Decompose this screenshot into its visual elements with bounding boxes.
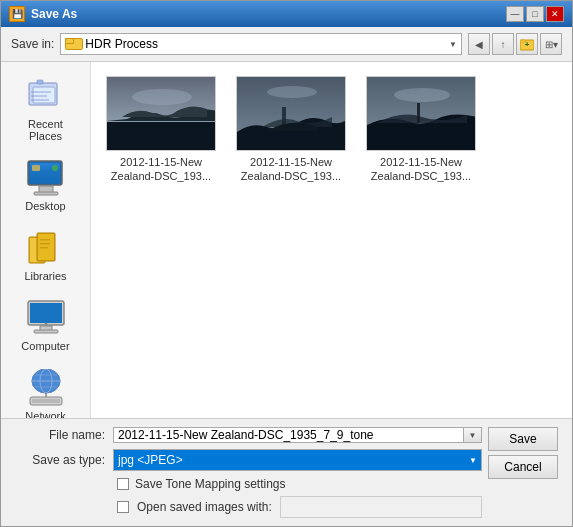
svg-point-43 — [267, 86, 317, 98]
filename-input[interactable] — [114, 428, 463, 442]
save-in-label: Save in: — [11, 37, 54, 51]
sidebar-item-recent-places-label: Recent Places — [14, 118, 78, 142]
svg-point-40 — [132, 89, 192, 105]
svg-point-13 — [52, 165, 58, 171]
save-button[interactable]: Save — [488, 427, 558, 451]
savetype-combo[interactable]: jpg <JPEG> ▼ — [113, 449, 482, 471]
svg-rect-4 — [37, 80, 43, 84]
sidebar-item-desktop-label: Desktop — [25, 200, 65, 212]
minimize-button[interactable]: — — [506, 6, 524, 22]
filename-row: File name: ▼ — [15, 427, 482, 443]
back-button[interactable]: ◀ — [468, 33, 490, 55]
save-tone-mapping-checkbox[interactable] — [117, 478, 129, 490]
filename-input-wrapper[interactable]: ▼ — [113, 427, 482, 443]
desktop-icon-container — [26, 158, 66, 198]
file-thumbnail-3 — [366, 76, 476, 151]
svg-rect-19 — [40, 239, 50, 241]
recent-places-icon-container — [26, 76, 66, 116]
file-thumbnail-1 — [106, 76, 216, 151]
computer-icon — [27, 299, 65, 337]
sidebar-item-desktop[interactable]: Desktop — [6, 154, 86, 216]
sidebar: Recent Places — [1, 62, 91, 418]
svg-rect-35 — [32, 399, 60, 403]
savetype-label: Save as type: — [15, 453, 105, 467]
view-options-button[interactable]: ⊞▾ — [540, 33, 562, 55]
save-tone-mapping-label: Save Tone Mapping settings — [135, 477, 286, 491]
toolbar-nav-buttons: ◀ ↑ + ⊞▾ — [468, 33, 562, 55]
svg-text:+: + — [525, 40, 530, 49]
dialog-buttons: Save Cancel — [488, 427, 558, 479]
file-browser-area: 2012-11-15-New Zealand-DSC_193... — [91, 62, 572, 418]
file-name-1: 2012-11-15-New Zealand-DSC_193... — [105, 155, 217, 184]
dialog-title: Save As — [31, 7, 77, 21]
file-name-2: 2012-11-15-New Zealand-DSC_193... — [235, 155, 347, 184]
cancel-button[interactable]: Cancel — [488, 455, 558, 479]
combo-arrow-icon: ▼ — [449, 40, 457, 49]
open-with-combo — [280, 496, 482, 518]
file-name-3: 2012-11-15-New Zealand-DSC_193... — [365, 155, 477, 184]
libraries-icon-container — [26, 228, 66, 268]
open-saved-images-checkbox[interactable] — [117, 501, 129, 513]
sidebar-item-recent-places[interactable]: Recent Places — [6, 72, 86, 146]
save-in-toolbar: Save in: HDR Process ▼ ◀ ↑ + ⊞▾ — [1, 27, 572, 62]
svg-rect-14 — [32, 165, 40, 171]
computer-icon-container — [26, 298, 66, 338]
content-area: Recent Places — [1, 62, 572, 418]
thumbnail-landscape-2 — [237, 77, 346, 151]
libraries-icon — [27, 229, 65, 267]
svg-rect-6 — [31, 95, 47, 97]
svg-rect-21 — [40, 247, 48, 249]
filename-dropdown-arrow[interactable]: ▼ — [463, 428, 481, 442]
up-folder-button[interactable]: ↑ — [492, 33, 514, 55]
sidebar-item-libraries[interactable]: Libraries — [6, 224, 86, 286]
savetype-arrow-icon: ▼ — [469, 456, 477, 465]
svg-rect-20 — [40, 243, 50, 245]
desktop-icon — [27, 159, 65, 197]
svg-rect-44 — [282, 107, 286, 125]
file-thumbnail-2 — [236, 76, 346, 151]
new-folder-icon: + — [520, 37, 534, 51]
savetype-row: Save as type: jpg <JPEG> ▼ — [15, 449, 482, 471]
title-controls: — □ ✕ — [506, 6, 564, 22]
svg-point-27 — [44, 323, 47, 326]
close-button[interactable]: ✕ — [546, 6, 564, 22]
sidebar-item-libraries-label: Libraries — [24, 270, 66, 282]
network-icon-container — [26, 368, 66, 408]
svg-rect-24 — [30, 303, 62, 323]
thumbnail-landscape-3 — [367, 77, 476, 151]
file-item[interactable]: 2012-11-15-New Zealand-DSC_193... — [361, 72, 481, 188]
save-in-value: HDR Process — [85, 37, 158, 51]
form-rows: File name: ▼ Save as type: jpg <JPEG> ▼ — [15, 427, 482, 518]
title-bar: 💾 Save As — □ ✕ — [1, 1, 572, 27]
thumbnail-landscape-1 — [107, 77, 216, 151]
network-icon — [27, 369, 65, 407]
sidebar-item-network[interactable]: Network — [6, 364, 86, 418]
svg-rect-26 — [34, 330, 58, 333]
sidebar-item-computer[interactable]: Computer — [6, 294, 86, 356]
svg-rect-7 — [31, 99, 49, 101]
filename-label: File name: — [15, 428, 105, 442]
savetype-value: jpg <JPEG> — [118, 453, 183, 467]
new-folder-button[interactable]: + — [516, 33, 538, 55]
folder-icon — [65, 38, 81, 50]
bottom-area: File name: ▼ Save as type: jpg <JPEG> ▼ — [1, 418, 572, 526]
sidebar-item-network-label: Network — [25, 410, 65, 418]
svg-rect-48 — [417, 103, 420, 123]
save-in-combo-content: HDR Process — [65, 37, 158, 51]
save-as-dialog: 💾 Save As — □ ✕ Save in: HDR Process ▼ ◀… — [0, 0, 573, 527]
dialog-icon: 💾 — [9, 6, 25, 22]
open-saved-images-label: Open saved images with: — [137, 500, 272, 514]
sidebar-item-computer-label: Computer — [21, 340, 69, 352]
maximize-button[interactable]: □ — [526, 6, 544, 22]
title-bar-left: 💾 Save As — [9, 6, 77, 22]
recent-places-icon — [27, 77, 65, 115]
open-with-row: Open saved images with: — [15, 496, 482, 518]
svg-point-47 — [394, 88, 450, 102]
svg-rect-12 — [34, 192, 58, 195]
save-in-combo[interactable]: HDR Process ▼ — [60, 33, 462, 55]
file-item[interactable]: 2012-11-15-New Zealand-DSC_193... — [101, 72, 221, 188]
svg-rect-5 — [31, 91, 51, 93]
bottom-main: File name: ▼ Save as type: jpg <JPEG> ▼ — [15, 427, 558, 518]
save-tone-mapping-row: Save Tone Mapping settings — [15, 477, 482, 491]
file-item[interactable]: 2012-11-15-New Zealand-DSC_193... — [231, 72, 351, 188]
